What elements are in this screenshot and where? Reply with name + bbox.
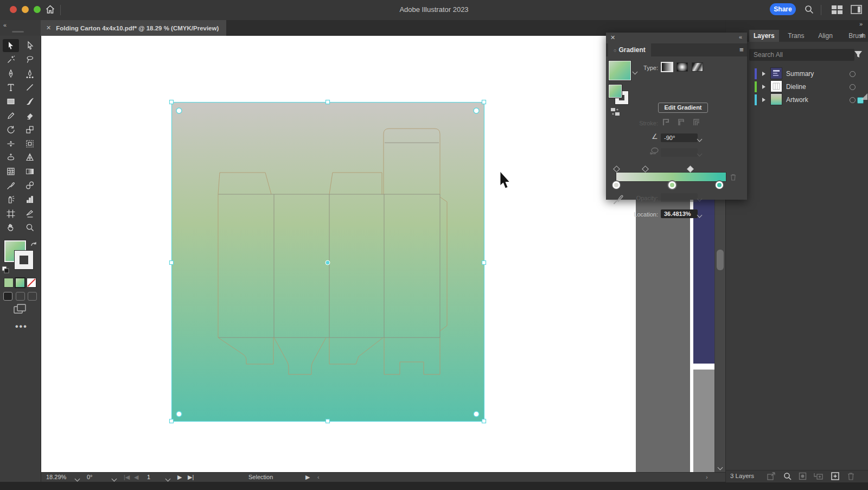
- rectangle-tool[interactable]: [3, 95, 19, 108]
- edit-toolbar-icon[interactable]: •••: [15, 322, 28, 332]
- direct-selection-tool[interactable]: [22, 39, 38, 52]
- layer-row-artwork[interactable]: Artwork: [749, 93, 868, 106]
- rotation-value[interactable]: 0°: [87, 474, 93, 480]
- location-dropdown-icon[interactable]: [698, 212, 701, 218]
- panel-fill-swatch[interactable]: [609, 85, 621, 97]
- eyedropper-icon[interactable]: [612, 193, 624, 206]
- new-sublayer-icon[interactable]: [814, 472, 823, 481]
- collect-export-icon[interactable]: [767, 472, 775, 481]
- selection-handle[interactable]: [170, 100, 174, 104]
- scroll-left-icon[interactable]: ‹: [317, 474, 320, 480]
- close-panel-icon[interactable]: ✕: [610, 34, 615, 41]
- screen-mode-icon[interactable]: [14, 304, 27, 317]
- eyedropper-tool[interactable]: [3, 179, 19, 192]
- selection-handle[interactable]: [326, 100, 330, 104]
- lasso-tool[interactable]: [22, 53, 38, 66]
- next-artboard-icon[interactable]: ▶: [177, 474, 182, 481]
- expand-layer-icon[interactable]: [762, 72, 765, 76]
- magic-wand-tool[interactable]: [3, 53, 19, 66]
- artboard-tool[interactable]: [3, 207, 19, 220]
- radial-gradient-type-button[interactable]: [677, 63, 687, 71]
- layer-thumbnail[interactable]: [771, 68, 782, 79]
- new-layer-icon[interactable]: [831, 472, 839, 481]
- gradient-stop[interactable]: [612, 181, 620, 189]
- symbol-sprayer-tool[interactable]: [3, 193, 19, 206]
- zoom-level[interactable]: 18.29%: [46, 474, 66, 480]
- rotation-dropdown-icon[interactable]: [112, 475, 116, 482]
- artboard-dropdown-icon[interactable]: [166, 475, 170, 482]
- scale-tool[interactable]: [22, 123, 38, 136]
- curvature-tool[interactable]: [22, 67, 38, 80]
- layer-target-icon[interactable]: [850, 71, 856, 77]
- corner-widget[interactable]: [176, 108, 182, 113]
- blend-tool[interactable]: [22, 179, 38, 192]
- panel-toggle-icon[interactable]: [851, 5, 862, 16]
- gradient-midpoint[interactable]: [642, 166, 649, 173]
- selection-handle[interactable]: [170, 419, 174, 423]
- search-icon[interactable]: [804, 4, 814, 17]
- corner-widget[interactable]: [474, 108, 479, 113]
- last-artboard-icon[interactable]: ▶|: [188, 474, 194, 481]
- shape-builder-tool[interactable]: [3, 151, 19, 164]
- toolbar-grip[interactable]: [12, 31, 24, 33]
- selection-handle[interactable]: [482, 261, 486, 265]
- layers-search-input[interactable]: Search All: [749, 49, 854, 61]
- zoom-dropdown-icon[interactable]: [75, 475, 79, 482]
- gradient-stop[interactable]: [668, 181, 676, 189]
- delete-layer-icon[interactable]: [847, 472, 854, 481]
- none-mode-button[interactable]: [27, 278, 36, 287]
- edit-gradient-button[interactable]: Edit Gradient: [658, 103, 708, 113]
- layer-target-icon[interactable]: [850, 84, 856, 90]
- expand-dock-icon[interactable]: »: [859, 21, 863, 27]
- color-mode-button[interactable]: [4, 278, 13, 287]
- tab-layers[interactable]: Layers: [749, 30, 779, 42]
- layer-name[interactable]: Artwork: [786, 96, 808, 104]
- gradient-panel-header[interactable]: ✕ «: [606, 33, 747, 44]
- selection-tool[interactable]: [3, 39, 19, 52]
- gradient-stop[interactable]: [716, 181, 723, 189]
- prev-artboard-icon[interactable]: ◀: [134, 474, 138, 481]
- expand-layer-icon[interactable]: [762, 85, 765, 89]
- angle-dropdown-icon[interactable]: [698, 136, 701, 142]
- tab-trans[interactable]: Trans: [783, 30, 808, 42]
- rotate-tool[interactable]: [3, 123, 19, 136]
- freeform-gradient-type-button[interactable]: [692, 63, 703, 71]
- zoom-tool[interactable]: [22, 221, 38, 234]
- swap-fill-stroke-icon[interactable]: [30, 241, 37, 251]
- selection-handle[interactable]: [326, 419, 330, 423]
- reverse-gradient-icon[interactable]: [610, 107, 620, 117]
- gradient-tool[interactable]: [22, 165, 38, 178]
- tab-brush[interactable]: Brush: [844, 30, 868, 42]
- shaper-tool[interactable]: [3, 109, 19, 122]
- gradient-midpoint[interactable]: [687, 166, 694, 173]
- panel-menu-icon[interactable]: ≡: [739, 46, 744, 54]
- line-segment-tool[interactable]: [22, 81, 38, 94]
- layer-name[interactable]: Summary: [786, 70, 814, 78]
- status-expand-icon[interactable]: ▶: [305, 474, 310, 481]
- angle-input[interactable]: -90°: [661, 133, 698, 142]
- mesh-tool[interactable]: [3, 165, 19, 178]
- corner-widget[interactable]: [474, 411, 479, 417]
- slice-tool[interactable]: [22, 207, 38, 220]
- eraser-tool[interactable]: [22, 109, 38, 122]
- document-tab[interactable]: ✕ Folding Carton 4x4x10.pdf* @ 18.29 % (…: [41, 20, 226, 36]
- artboard-number[interactable]: 1: [147, 474, 150, 480]
- paintbrush-tool[interactable]: [22, 95, 38, 108]
- layer-thumbnail[interactable]: [771, 81, 782, 92]
- column-graph-tool[interactable]: [22, 193, 38, 206]
- layer-name[interactable]: Dieline: [786, 83, 806, 91]
- layer-target-icon[interactable]: [850, 97, 856, 103]
- selection-handle[interactable]: [482, 100, 486, 104]
- draw-normal-mode-button[interactable]: [3, 292, 12, 301]
- selection-handle[interactable]: [170, 261, 174, 265]
- layer-row-dieline[interactable]: Dieline: [749, 80, 868, 93]
- draw-inside-mode-button[interactable]: [28, 292, 37, 301]
- share-button[interactable]: Share: [770, 3, 796, 15]
- gradient-mode-button[interactable]: [16, 278, 24, 287]
- default-fill-stroke-icon[interactable]: [2, 266, 9, 276]
- tab-align[interactable]: Align: [814, 30, 837, 42]
- clipping-mask-icon[interactable]: [799, 472, 807, 481]
- collapse-toolbar-icon[interactable]: «: [3, 22, 7, 28]
- width-tool[interactable]: [3, 137, 19, 150]
- layer-thumbnail[interactable]: [771, 94, 782, 105]
